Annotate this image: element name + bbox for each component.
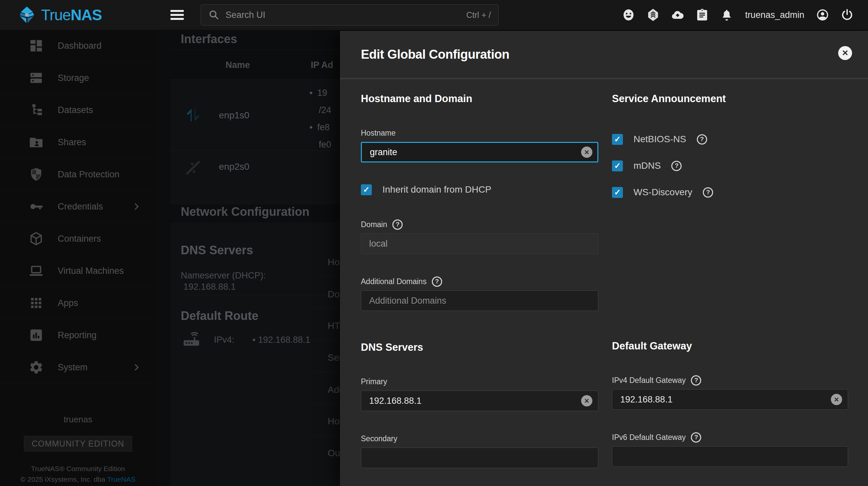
ipv6-gateway-label: IPv6 Default Gateway?	[612, 433, 848, 442]
ipv4-gateway-field-wrap: ✕	[612, 389, 848, 410]
primary-dns-field-wrap: ✕	[361, 391, 598, 411]
hostname-label: Hostname	[361, 129, 598, 137]
search-shortcut: Ctrl + /	[466, 10, 491, 20]
search-icon	[208, 9, 220, 21]
additional-domains-field-wrap	[361, 290, 598, 311]
user-avatar-icon[interactable]	[815, 7, 830, 23]
clear-input-icon[interactable]: ✕	[581, 395, 592, 407]
secondary-dns-label-text: Secondary	[361, 434, 397, 443]
clear-input-icon[interactable]: ✕	[581, 147, 592, 158]
checkbox-checked-icon[interactable]: ✓	[612, 187, 623, 198]
service-announcement-section-title: Service Announcement	[612, 92, 848, 105]
modal-title: Edit Global Configuration	[361, 47, 509, 62]
checkbox-checked-icon[interactable]: ✓	[612, 134, 623, 145]
inherit-domain-checkbox-row[interactable]: ✓ Inherit domain from DHCP	[361, 182, 598, 197]
domain-label-text: Domain	[361, 220, 387, 229]
primary-dns-label: Primary	[361, 377, 598, 386]
search-bar[interactable]: Ctrl + /	[201, 4, 498, 26]
modal-left-column: Hostname and Domain Hostname ✕ ✓ Inherit…	[361, 79, 598, 468]
domain-label: Domain?	[361, 220, 598, 229]
hostname-input[interactable]	[361, 142, 598, 162]
additional-domains-label-text: Additional Domains	[361, 277, 427, 286]
netbios-checkbox-row[interactable]: ✓ NetBIOS-NS ?	[612, 132, 848, 147]
hostname-label-text: Hostname	[361, 129, 396, 137]
hostname-field-wrap: ✕	[361, 142, 598, 162]
truenas-logo-icon	[17, 5, 36, 25]
help-icon[interactable]: ?	[671, 161, 682, 171]
domain-input	[361, 233, 598, 254]
default-gateway-section-title: Default Gateway	[612, 339, 848, 353]
close-icon[interactable]: ✕	[838, 46, 852, 60]
truecommand-icon[interactable]	[646, 7, 661, 23]
help-icon[interactable]: ?	[392, 220, 403, 230]
mdns-label: mDNS	[633, 160, 661, 171]
mdns-checkbox-row[interactable]: ✓ mDNS ?	[612, 159, 848, 173]
hostname-domain-section-title: Hostname and Domain	[361, 92, 598, 105]
secondary-dns-input[interactable]	[361, 448, 598, 468]
modal-right-column: Service Announcement ✓ NetBIOS-NS ? ✓ mD…	[612, 79, 848, 467]
ipv4-gateway-label-text: IPv4 Default Gateway	[612, 376, 686, 385]
dns-servers-section-title: DNS Servers	[361, 341, 598, 354]
edit-global-configuration-modal: Edit Global Configuration ✕ Hostname and…	[340, 31, 868, 486]
notifications-bell-icon[interactable]	[719, 7, 734, 23]
username-label[interactable]: truenas_admin	[745, 10, 804, 20]
feedback-smiley-icon[interactable]	[621, 7, 636, 23]
truenas-wordmark: TrueNAS	[41, 6, 102, 24]
domain-field-wrap	[361, 233, 598, 254]
primary-dns-input[interactable]	[361, 391, 598, 411]
checkbox-checked-icon[interactable]: ✓	[612, 160, 623, 171]
netbios-label: NetBIOS-NS	[633, 134, 686, 144]
ws-discovery-checkbox-row[interactable]: ✓ WS-Discovery ?	[612, 185, 848, 200]
power-icon[interactable]	[839, 7, 855, 23]
clear-input-icon[interactable]: ✕	[831, 394, 842, 405]
secondary-dns-label: Secondary	[361, 434, 598, 443]
truenas-logo[interactable]: TrueNAS	[17, 0, 102, 30]
help-icon[interactable]: ?	[697, 134, 707, 144]
jobs-clipboard-icon[interactable]	[694, 7, 710, 23]
search-input[interactable]	[225, 10, 460, 20]
help-icon[interactable]: ?	[691, 432, 701, 443]
ipv4-gateway-input[interactable]	[612, 389, 848, 410]
help-icon[interactable]: ?	[703, 187, 713, 198]
menu-toggle-button[interactable]	[170, 9, 184, 21]
truenas-app: Interfaces Name IP Ad enp1s0 •19 /24 •fe…	[0, 0, 868, 486]
secondary-dns-field-wrap	[361, 448, 598, 468]
brand-nas: NAS	[71, 6, 102, 24]
ipv4-gateway-label: IPv4 Default Gateway?	[612, 376, 848, 385]
ipv6-gateway-input[interactable]	[612, 446, 848, 467]
ws-discovery-label: WS-Discovery	[633, 187, 692, 198]
topbar-actions: truenas_admin	[621, 0, 868, 30]
inherit-domain-label: Inherit domain from DHCP	[382, 184, 491, 195]
topbar: TrueNAS Ctrl + / truenas_admin	[0, 0, 868, 30]
ix-cloud-icon[interactable]	[670, 7, 685, 23]
brand-true: True	[41, 6, 71, 24]
modal-header: Edit Global Configuration ✕	[340, 31, 868, 79]
ipv6-gateway-field-wrap	[612, 446, 848, 467]
primary-dns-label-text: Primary	[361, 377, 387, 386]
help-icon[interactable]: ?	[691, 375, 701, 386]
help-icon[interactable]: ?	[432, 277, 442, 287]
ipv6-gateway-label-text: IPv6 Default Gateway	[612, 433, 686, 442]
additional-domains-input[interactable]	[361, 290, 598, 311]
checkbox-checked-icon[interactable]: ✓	[361, 184, 372, 195]
additional-domains-label: Additional Domains?	[361, 277, 598, 286]
